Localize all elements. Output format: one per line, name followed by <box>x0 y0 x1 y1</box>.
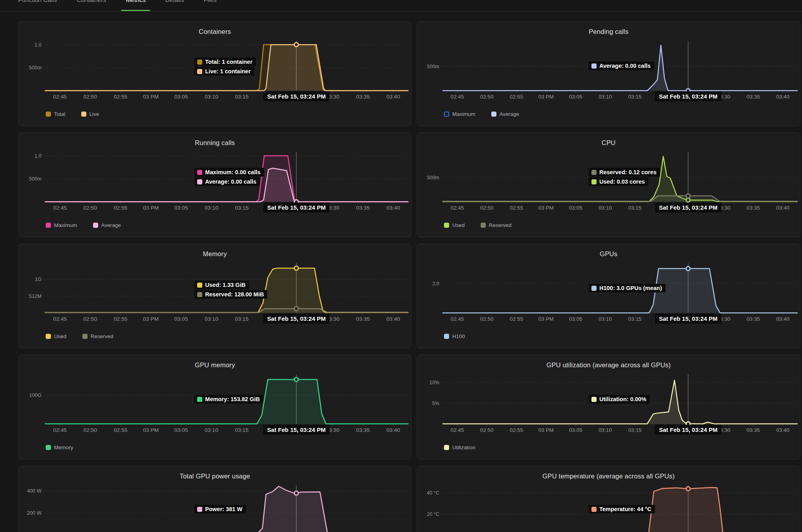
chart-plot-area[interactable]: 500m02:4502:5002:5503 PM03:0503:1003:150… <box>417 147 800 218</box>
y-axis-tick-label: 100G <box>29 392 41 398</box>
chart-canvas[interactable]: 1.0500m02:4502:5002:5503 PM03:0503:1003:… <box>19 147 411 218</box>
crosshair-marker-used <box>686 198 690 202</box>
series-area-h100 <box>442 269 798 313</box>
legend-item-memory[interactable]: Memory <box>46 445 73 450</box>
chart-canvas[interactable]: 500m02:4502:5002:5503 PM03:0503:1003:150… <box>417 36 800 107</box>
x-axis-tick-label: 03 PM <box>143 316 159 322</box>
tab-function-calls[interactable]: Function Calls <box>13 0 62 11</box>
legend-item-h100[interactable]: H100 <box>444 333 465 339</box>
chart-plot-area[interactable]: 1G512M02:4502:5002:5503 PM03:0503:1003:1… <box>19 259 411 329</box>
chart-plot-area[interactable]: 400 W200 W02:4502:5002:5503 PM03:0503:10… <box>19 481 411 532</box>
x-axis-tick-label: 02:45 <box>451 94 464 100</box>
chart-canvas[interactable]: 1G512M02:4502:5002:5503 PM03:0503:1003:1… <box>19 259 411 329</box>
x-axis-tick-label: 03 PM <box>538 316 554 322</box>
x-axis-tick-label: 03 PM <box>538 94 554 100</box>
legend-label: Memory <box>54 445 73 450</box>
x-axis-tick-label: 03:30 <box>326 316 339 322</box>
legend-swatch <box>46 112 51 117</box>
crosshair-marker-memory <box>294 378 298 381</box>
legend-swatch <box>82 334 88 339</box>
chart-canvas[interactable]: 1.0500m02:4502:5002:5503 PM03:0503:1003:… <box>19 36 411 107</box>
legend-item-reserved[interactable]: Reserved <box>82 333 114 339</box>
legend-label: Reserved <box>489 222 512 228</box>
chart-canvas[interactable]: 2.002:4502:5002:5503 PM03:0503:1003:1503… <box>417 259 800 329</box>
chart-plot-area[interactable]: 1.0500m02:4502:5002:5503 PM03:0503:1003:… <box>19 147 411 218</box>
chart-canvas[interactable]: 500m02:4502:5002:5503 PM03:0503:1003:150… <box>417 147 800 218</box>
legend-item-reserved[interactable]: Reserved <box>481 222 512 228</box>
x-axis-tick-label: 02:45 <box>451 205 464 211</box>
series-area-used <box>45 268 408 313</box>
y-axis-tick-label: 200 W <box>27 511 41 516</box>
legend-item-used[interactable]: Used <box>444 222 465 228</box>
x-axis-tick-label: 02:50 <box>480 316 494 322</box>
legend-label: Used <box>54 333 67 339</box>
tab-label: Metrics <box>126 0 145 4</box>
legend-label: Maximum <box>54 222 77 228</box>
chart-canvas[interactable]: 400 W200 W02:4502:5002:5503 PM03:0503:10… <box>19 481 411 532</box>
legend-item-total[interactable]: Total <box>46 111 65 117</box>
crosshair-marker-power <box>294 491 298 495</box>
crosshair-marker-utilization <box>686 422 690 426</box>
legend-item-live[interactable]: Live <box>81 111 99 117</box>
chart-plot-area[interactable]: 500m02:4502:5002:5503 PM03:0503:1003:150… <box>417 36 800 107</box>
x-axis-tick-label: 03:15 <box>628 427 642 433</box>
tab-label: Function Calls <box>18 0 57 4</box>
y-axis-tick-label: 400 W <box>27 489 41 494</box>
x-axis-tick-label: 03:05 <box>174 316 188 322</box>
legend-item-average[interactable]: Average <box>93 222 121 228</box>
series-line-average <box>442 45 798 91</box>
series-area-power <box>45 486 408 532</box>
metrics-dashboard: Function CallsContainersMetricsDetailsFi… <box>0 0 802 532</box>
legend-item-utilization[interactable]: Utilization <box>444 445 476 450</box>
tab-containers[interactable]: Containers <box>72 0 111 11</box>
chart-plot-area[interactable]: 100G02:4502:5002:5503 PM03:0503:1003:150… <box>19 370 411 441</box>
chart-title: Containers <box>19 22 411 35</box>
tab-details[interactable]: Details <box>160 0 188 11</box>
series-area-memory <box>45 379 408 424</box>
x-axis-tick-label: 03:30 <box>717 94 730 100</box>
y-axis-tick-label: 2.0 <box>433 281 439 286</box>
legend-item-used[interactable]: Used <box>46 333 67 339</box>
y-axis-tick-label: 40 °C <box>427 490 439 496</box>
legend-item-maximum[interactable]: Maximum <box>444 111 476 117</box>
chart-canvas[interactable]: 100G02:4502:5002:5503 PM03:0503:1003:150… <box>19 370 411 441</box>
chart-plot-area[interactable]: 40 °C20 °C02:4502:5002:5503 PM03:0503:10… <box>417 481 800 532</box>
chart-card-gpus: GPUs 2.002:4502:5002:5503 PM03:0503:1003… <box>417 244 800 348</box>
x-axis-tick-label: 03:20 <box>658 427 671 433</box>
x-axis-tick-label: 02:55 <box>114 316 127 322</box>
chart-card-running-calls: Running calls 1.0500m02:4502:5002:5503 P… <box>19 132 411 237</box>
x-axis-tick-label: 03:20 <box>658 205 671 211</box>
series-line-reserved <box>442 196 798 201</box>
tab-files[interactable]: Files <box>199 0 222 11</box>
x-axis-tick-label: 03:25 <box>687 205 701 211</box>
y-axis-tick-label: 1.0 <box>35 42 42 48</box>
x-axis-tick-label: 03:35 <box>356 427 370 433</box>
active-tab-underline-indicator <box>121 10 150 11</box>
chart-canvas[interactable]: 10%5%02:4502:5002:5503 PM03:0503:1003:15… <box>417 370 800 441</box>
legend-swatch <box>444 334 449 339</box>
crosshair-marker-average <box>686 89 690 93</box>
x-axis-tick-label: 02:50 <box>84 205 97 211</box>
chart-plot-area[interactable]: 10%5%02:4502:5002:5503 PM03:0503:1003:15… <box>417 370 800 441</box>
series-line-power <box>45 486 408 532</box>
chart-canvas[interactable]: 40 °C20 °C02:4502:5002:5503 PM03:0503:10… <box>417 481 800 532</box>
x-axis-tick-label: 03:25 <box>687 427 701 433</box>
tab-metrics[interactable]: Metrics <box>121 0 150 11</box>
chart-plot-area[interactable]: 1.0500m02:4502:5002:5503 PM03:0503:1003:… <box>19 36 411 107</box>
x-axis-tick-label: 03:40 <box>776 94 790 100</box>
x-axis-tick-label: 02:45 <box>451 316 464 322</box>
legend-item-average[interactable]: Average <box>491 111 519 117</box>
y-axis-tick-label: 500m <box>29 65 41 71</box>
x-axis-tick-label: 03:15 <box>628 316 642 322</box>
chart-title: Memory <box>19 244 411 258</box>
chart-card-cpu: CPU 500m02:4502:5002:5503 PM03:0503:1003… <box>417 132 800 237</box>
x-axis-tick-label: 03:10 <box>599 94 612 100</box>
legend-label: Total <box>54 111 65 117</box>
x-axis-tick-label: 03:20 <box>658 316 671 322</box>
series-area-utilization <box>442 380 798 424</box>
chart-card-gpu-memory: GPU memory 100G02:4502:5002:5503 PM03:05… <box>19 355 411 459</box>
x-axis-tick-label: 03 PM <box>143 205 159 211</box>
chart-plot-area[interactable]: 2.002:4502:5002:5503 PM03:0503:1003:1503… <box>417 259 800 329</box>
legend-item-maximum[interactable]: Maximum <box>46 222 77 228</box>
chart-title: Pending calls <box>417 22 800 35</box>
